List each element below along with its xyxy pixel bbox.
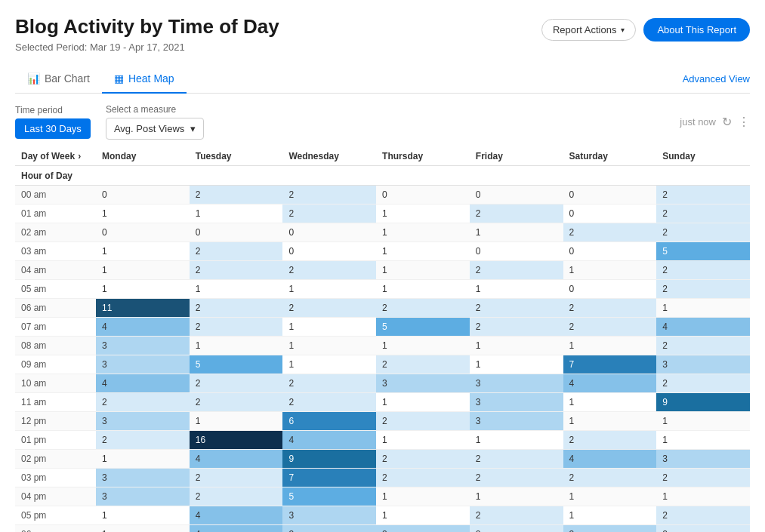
filter-right: just now ↻ ⋮ [680, 115, 750, 129]
heat-cell: 0 [470, 242, 563, 261]
heat-cell: 1 [282, 337, 376, 355]
heat-cell: 1 [470, 337, 563, 355]
heat-cell: 2 [190, 186, 283, 204]
heat-cell: 0 [96, 186, 190, 204]
col-thursday: Thursday [376, 147, 470, 166]
heat-cell: 1 [96, 506, 190, 525]
heat-cell: 0 [96, 223, 190, 242]
heat-cell: 2 [376, 469, 470, 487]
heat-cell: 2 [656, 204, 750, 223]
heat-cell: 3 [563, 525, 657, 532]
hour-label: 00 am [15, 186, 96, 204]
heat-cell: 3 [96, 487, 190, 506]
heat-cell: 9 [656, 393, 750, 412]
heat-cell: 2 [470, 469, 563, 487]
heat-cell: 1 [190, 337, 283, 355]
heat-cell: 2 [656, 374, 750, 393]
heat-cell: 1 [190, 280, 283, 299]
advanced-view-link[interactable]: Advanced View [683, 73, 750, 85]
heat-cell: 2 [282, 204, 376, 223]
heat-cell: 3 [96, 355, 190, 374]
day-of-week-col-header: Day of Week › [15, 147, 96, 166]
heat-cell: 2 [563, 469, 657, 487]
heat-cell: 2 [376, 355, 470, 374]
heat-cell: 2 [190, 261, 283, 280]
hour-label: 07 am [15, 318, 96, 337]
heat-cell: 1 [656, 431, 750, 450]
heat-cell: 1 [282, 318, 376, 337]
heat-cell: 4 [282, 431, 376, 450]
col-saturday: Saturday [563, 147, 657, 166]
hour-label: 04 pm [15, 487, 96, 506]
heat-cell: 11 [96, 299, 190, 318]
heat-cell: 0 [563, 204, 657, 223]
report-actions-button[interactable]: Report Actions ▾ [541, 19, 637, 41]
table-row: 10 am4223342 [15, 374, 750, 393]
heat-cell: 1 [376, 431, 470, 450]
heat-cell: 2 [282, 393, 376, 412]
heat-cell: 1 [563, 393, 657, 412]
refresh-button[interactable]: ↻ [722, 115, 732, 129]
heat-cell: 2 [470, 204, 563, 223]
heat-cell: 1 [470, 487, 563, 506]
heat-cell: 3 [376, 374, 470, 393]
heat-cell: 0 [563, 186, 657, 204]
heat-cell: 2 [563, 223, 657, 242]
table-row: 07 am4215224 [15, 318, 750, 337]
heat-cell: 2 [470, 506, 563, 525]
measure-label: Select a measure [106, 104, 204, 115]
heat-cell: 1 [96, 280, 190, 299]
heat-cell: 1 [376, 393, 470, 412]
heat-cell: 0 [563, 280, 657, 299]
measure-select[interactable]: Avg. Post Views ▾ [106, 118, 204, 140]
heat-cell: 0 [470, 186, 563, 204]
hour-label: 05 am [15, 280, 96, 299]
heat-cell: 2 [563, 318, 657, 337]
heat-cell: 4 [563, 374, 657, 393]
heat-cell: 1 [376, 487, 470, 506]
table-row: 06 am11222221 [15, 299, 750, 318]
page-header: Blog Activity by Time of Day Selected Pe… [15, 15, 750, 53]
more-options-button[interactable]: ⋮ [738, 115, 750, 129]
heat-cell: 9 [282, 450, 376, 469]
heat-cell: 1 [96, 242, 190, 261]
heat-cell: 1 [190, 412, 283, 431]
table-row: 05 pm1431212 [15, 506, 750, 525]
hour-label: 05 pm [15, 506, 96, 525]
title-section: Blog Activity by Time of Day Selected Pe… [15, 15, 279, 53]
hour-label: 11 am [15, 393, 96, 412]
table-row: 12 pm3162311 [15, 412, 750, 431]
heat-cell: 4 [190, 506, 283, 525]
hour-label: 03 am [15, 242, 96, 261]
hour-label: 01 am [15, 204, 96, 223]
col-sunday: Sunday [656, 147, 750, 166]
heat-cell: 1 [376, 261, 470, 280]
hour-label: 01 pm [15, 431, 96, 450]
heat-cell: 1 [470, 431, 563, 450]
heat-cell: 1 [96, 261, 190, 280]
table-row: 09 am3512173 [15, 355, 750, 374]
heat-map-table: Day of Week › Monday Tuesday Wednesday T… [15, 147, 750, 532]
tab-bar-chart[interactable]: 📊 Bar Chart [15, 65, 102, 94]
time-period-button[interactable]: Last 30 Days [15, 118, 91, 139]
heat-cell: 1 [96, 450, 190, 469]
about-report-button[interactable]: About This Report [643, 18, 750, 42]
heat-cell: 3 [282, 525, 376, 532]
hour-label: 03 pm [15, 469, 96, 487]
time-period-label: Time period [15, 105, 91, 115]
col-friday: Friday [470, 147, 563, 166]
heat-cell: 1 [190, 204, 283, 223]
tab-heat-map[interactable]: ▦ Heat Map [102, 65, 187, 94]
heat-cell: 1 [376, 242, 470, 261]
heat-cell: 2 [282, 374, 376, 393]
heat-cell: 1 [563, 412, 657, 431]
heat-cell: 2 [190, 318, 283, 337]
hour-label: 08 am [15, 337, 96, 355]
hour-label: 04 am [15, 261, 96, 280]
heat-cell: 2 [656, 525, 750, 532]
heat-cell: 1 [470, 223, 563, 242]
tabs-row: 📊 Bar Chart ▦ Heat Map Advanced View [15, 65, 750, 94]
heat-cell: 2 [190, 393, 283, 412]
heat-cell: 0 [282, 242, 376, 261]
heat-cell: 0 [190, 223, 283, 242]
